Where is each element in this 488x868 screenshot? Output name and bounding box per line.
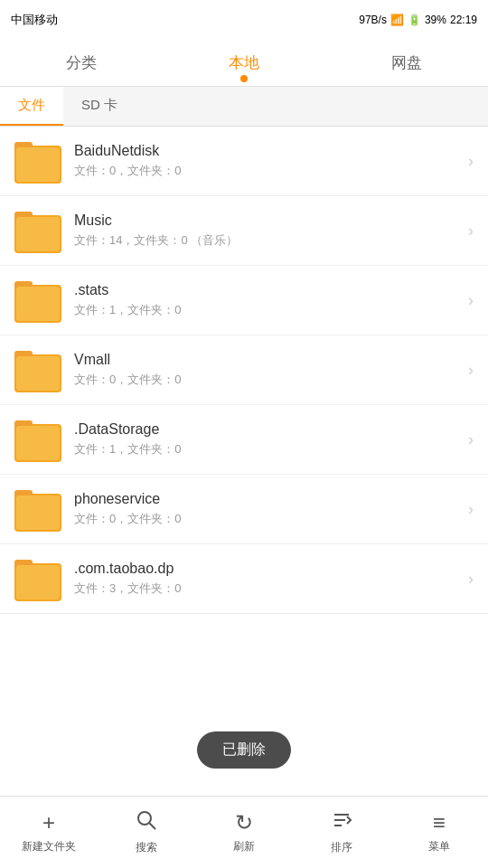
file-meta: 文件：1，文件夹：0 xyxy=(74,302,461,318)
folder-icon-container xyxy=(14,486,61,533)
folder-icon xyxy=(14,556,61,601)
file-name: .com.taobao.dp xyxy=(74,561,461,577)
svg-line-29 xyxy=(150,824,156,830)
folder-icon-container xyxy=(14,137,61,184)
svg-rect-27 xyxy=(16,565,60,599)
battery-text: 39% xyxy=(425,14,446,26)
svg-rect-11 xyxy=(16,287,60,321)
search-icon xyxy=(136,809,157,836)
file-info: Music 文件：14，文件夹：0 （音乐） xyxy=(74,212,461,249)
folder-icon-container xyxy=(14,555,61,602)
new-folder-icon: + xyxy=(42,810,55,835)
menu-icon: ≡ xyxy=(433,810,446,835)
toolbar-sort[interactable]: 排序 xyxy=(293,809,390,855)
chevron-right-icon: › xyxy=(468,570,474,589)
file-name: phoneservice xyxy=(74,491,461,507)
toolbar-new-folder[interactable]: + 新建文件夹 xyxy=(0,810,98,854)
refresh-label: 刷新 xyxy=(233,839,255,854)
signal-icon: 📶 xyxy=(390,14,404,26)
file-info: Vmall 文件：0，文件夹：0 xyxy=(74,352,461,388)
search-label: 搜索 xyxy=(136,840,157,855)
file-info: BaiduNetdisk 文件：0，文件夹：0 xyxy=(74,143,461,179)
menu-label: 菜单 xyxy=(428,839,450,854)
folder-icon xyxy=(14,208,61,253)
folder-icon-container xyxy=(14,416,61,463)
toolbar-refresh[interactable]: ↻ 刷新 xyxy=(195,810,293,854)
toolbar-menu[interactable]: ≡ 菜单 xyxy=(390,810,488,854)
status-right: 97B/s 📶 🔋 39% 22:19 xyxy=(359,14,477,26)
file-list-item[interactable]: phoneservice 文件：0，文件夹：0 › xyxy=(0,475,488,544)
folder-icon xyxy=(14,417,61,462)
file-info: .DataStorage 文件：1，文件夹：0 xyxy=(74,421,461,458)
chevron-right-icon: › xyxy=(468,222,474,241)
nav-tab-local[interactable]: 本地 xyxy=(163,40,325,86)
chevron-right-icon: › xyxy=(468,361,474,380)
file-list-item[interactable]: Music 文件：14，文件夹：0 （音乐） › xyxy=(0,196,488,266)
file-meta: 文件：0，文件夹：0 xyxy=(74,372,461,388)
file-list-item[interactable]: .DataStorage 文件：1，文件夹：0 › xyxy=(0,405,488,475)
tab-sdcard[interactable]: SD 卡 xyxy=(63,87,136,126)
toolbar-search[interactable]: 搜索 xyxy=(98,809,195,855)
file-info: .stats 文件：1，文件夹：0 xyxy=(74,282,461,318)
tab-sdcard-label: SD 卡 xyxy=(81,97,117,114)
svg-rect-7 xyxy=(16,217,60,251)
file-info: .com.taobao.dp 文件：3，文件夹：0 xyxy=(74,561,461,597)
file-list: BaiduNetdisk 文件：0，文件夹：0 › Music 文件：14，文件… xyxy=(0,127,488,796)
file-meta: 文件：0，文件夹：0 xyxy=(74,163,461,179)
folder-icon-container xyxy=(14,346,61,393)
svg-point-28 xyxy=(138,812,151,825)
sort-label: 排序 xyxy=(331,840,352,855)
svg-rect-19 xyxy=(16,426,60,460)
toast-text: 已删除 xyxy=(222,741,266,757)
tab-files-label: 文件 xyxy=(18,97,45,114)
chevron-right-icon: › xyxy=(468,500,474,519)
file-info: phoneservice 文件：0，文件夹：0 xyxy=(74,491,461,527)
folder-icon xyxy=(14,138,61,184)
svg-rect-3 xyxy=(16,147,60,182)
folder-icon xyxy=(14,347,61,392)
tab-files[interactable]: 文件 xyxy=(0,87,63,126)
nav-label-categories: 分类 xyxy=(66,52,97,73)
bottom-toolbar: + 新建文件夹 搜索 ↻ 刷新 排序 ≡ 菜单 xyxy=(0,796,488,868)
nav-label-local: 本地 xyxy=(229,52,259,73)
file-meta: 文件：0，文件夹：0 xyxy=(74,511,461,527)
toast-message: 已删除 xyxy=(197,731,291,769)
sort-icon xyxy=(331,809,352,836)
file-meta: 文件：3，文件夹：0 xyxy=(74,580,461,597)
file-list-item[interactable]: Vmall 文件：0，文件夹：0 › xyxy=(0,335,488,405)
chevron-right-icon: › xyxy=(468,291,474,310)
folder-icon xyxy=(14,278,61,323)
file-meta: 文件：1，文件夹：0 xyxy=(74,441,461,458)
time-text: 22:19 xyxy=(450,14,477,26)
secondary-tabs: 文件 SD 卡 xyxy=(0,87,488,127)
svg-rect-15 xyxy=(16,356,60,391)
top-navigation: 分类 本地 网盘 xyxy=(0,40,488,87)
status-bar: 中国移动 97B/s 📶 🔋 39% 22:19 xyxy=(0,0,488,40)
file-list-item[interactable]: .stats 文件：1，文件夹：0 › xyxy=(0,266,488,335)
file-name: .DataStorage xyxy=(74,421,461,438)
file-list-item[interactable]: BaiduNetdisk 文件：0，文件夹：0 › xyxy=(0,127,488,196)
nav-label-cloud: 网盘 xyxy=(391,52,422,73)
wifi-icon: 🔋 xyxy=(408,14,421,26)
file-meta: 文件：14，文件夹：0 （音乐） xyxy=(74,232,461,249)
folder-icon-container xyxy=(14,277,61,324)
new-folder-label: 新建文件夹 xyxy=(22,839,76,854)
chevron-right-icon: › xyxy=(468,430,474,449)
folder-icon xyxy=(14,486,61,532)
carrier-text: 中国移动 xyxy=(11,12,58,28)
file-name: Vmall xyxy=(74,352,461,368)
chevron-right-icon: › xyxy=(468,152,474,171)
status-carrier: 中国移动 xyxy=(11,12,58,28)
svg-rect-23 xyxy=(16,495,60,530)
file-name: .stats xyxy=(74,282,461,298)
network-speed: 97B/s xyxy=(359,14,387,26)
file-list-item[interactable]: .com.taobao.dp 文件：3，文件夹：0 › xyxy=(0,544,488,614)
refresh-icon: ↻ xyxy=(235,810,253,835)
nav-tab-cloud[interactable]: 网盘 xyxy=(325,40,488,86)
folder-icon-container xyxy=(14,207,61,254)
file-name: BaiduNetdisk xyxy=(74,143,461,159)
nav-tab-categories[interactable]: 分类 xyxy=(0,40,163,86)
file-name: Music xyxy=(74,212,461,229)
